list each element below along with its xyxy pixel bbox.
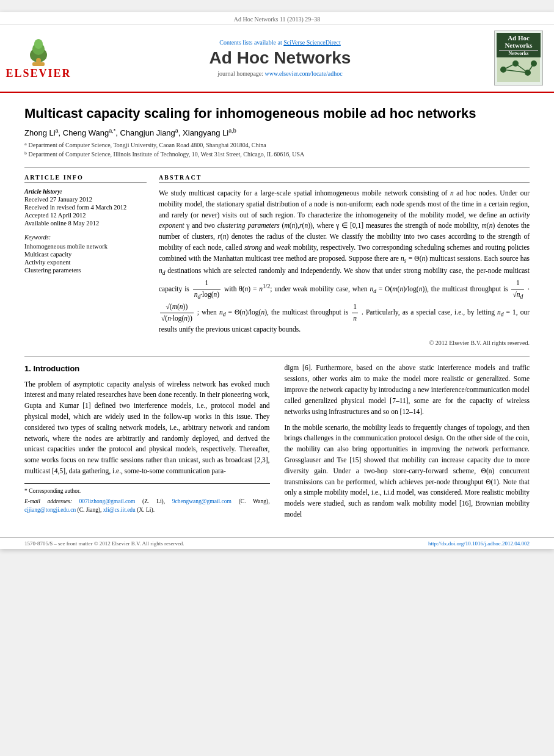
journal-center: Contents lists available at SciVerse Sci… <box>72 39 488 77</box>
abstract-text: We study multicast capacity for a large-… <box>159 188 530 335</box>
right-logo-title: Ad Hoc Networks Networks <box>497 33 541 57</box>
footnote-area: * Corresponding author. E-mail addresses… <box>24 483 270 515</box>
keywords-section: Keywords: Inhomogeneous mobile network M… <box>24 234 147 274</box>
article-title: Multicast capacity scaling for inhomogen… <box>24 105 530 123</box>
bottom-bar: 1570-8705/$ – see front matter © 2012 El… <box>0 537 554 549</box>
accepted-date: Accepted 12 April 2012 <box>24 212 147 219</box>
homepage-url[interactable]: www.elsevier.com/locate/adhoc <box>265 70 343 77</box>
revised-date: Received in revised form 4 March 2012 <box>24 204 147 211</box>
intro-para1: The problem of asymptotic capacity analy… <box>24 379 270 477</box>
issn-text: 1570-8705/$ – see front matter © 2012 El… <box>24 540 184 547</box>
keyword-3: Activity exponent <box>24 259 147 266</box>
journal-banner: ELSEVIER Contents lists available at Sci… <box>0 24 554 93</box>
intro-para2: digm [6]. Furthermore, based on the abov… <box>285 363 530 417</box>
page: Ad Hoc Networks 11 (2013) 29–38 ELSEVIER… <box>0 12 554 549</box>
journal-ref: Ad Hoc Networks 11 (2013) 29–38 <box>234 16 321 23</box>
keyword-4: Clustering parameters <box>24 267 147 274</box>
received-date: Received 27 January 2012 <box>24 196 147 203</box>
affiliations: ᵃ Department of Computer Science, Tongji… <box>24 140 530 159</box>
body-col-left: 1. Introduction The problem of asymptoti… <box>24 363 270 525</box>
keyword-1: Inhomogeneous mobile network <box>24 243 147 250</box>
elsevier-label: ELSEVIER <box>5 67 71 80</box>
article-info-label: ARTICLE INFO <box>24 174 147 183</box>
journal-homepage: journal homepage: www.elsevier.com/locat… <box>72 70 488 77</box>
abstract-column: ABSTRACT We study multicast capacity for… <box>159 174 530 347</box>
intro-para3: In the mobile scenario, the mobility lea… <box>285 423 530 520</box>
authors: Zhong Lia, Cheng Wanga,*, Changjun Jiang… <box>24 128 530 137</box>
history-label: Article history: <box>24 188 147 195</box>
footnote-corresponding: * Corresponding author. <box>24 487 270 496</box>
keyword-2: Multicast capacity <box>24 251 147 258</box>
svg-point-5 <box>36 58 41 63</box>
affiliation-a: ᵃ Department of Computer Science, Tongji… <box>24 140 530 150</box>
body-col-right: digm [6]. Furthermore, based on the abov… <box>285 363 530 525</box>
intro-heading: 1. Introduction <box>24 363 270 375</box>
footnote-emails: E-mail addresses: 007lizhong@gmail.com (… <box>24 497 270 515</box>
svg-point-3 <box>34 39 43 49</box>
article-info-abstract: ARTICLE INFO Article history: Received 2… <box>24 174 530 347</box>
online-date: Available online 8 May 2012 <box>24 220 147 227</box>
sciverse-text: Contents lists available at SciVerse Sci… <box>72 39 488 46</box>
main-content: Multicast capacity scaling for inhomogen… <box>0 93 554 537</box>
journal-title-banner: Ad Hoc Networks <box>72 48 488 68</box>
doi-text[interactable]: http://dx.doi.org/10.1016/j.adhoc.2012.0… <box>428 540 530 547</box>
copyright: © 2012 Elsevier B.V. All rights reserved… <box>159 340 530 346</box>
journal-right-logo: Ad Hoc Networks Networks <box>494 31 543 85</box>
page-header: Ad Hoc Networks 11 (2013) 29–38 <box>0 12 554 24</box>
elsevier-tree-icon <box>20 37 57 67</box>
affiliation-b: ᵇ Department of Computer Science, Illino… <box>24 150 530 159</box>
divider-1 <box>24 167 530 168</box>
body-content: 1. Introduction The problem of asymptoti… <box>24 363 530 525</box>
keywords-label: Keywords: <box>24 234 147 241</box>
elsevier-logo: ELSEVIER <box>11 37 66 80</box>
right-logo-icon <box>497 57 540 82</box>
abstract-label: ABSTRACT <box>159 174 530 183</box>
article-info-column: ARTICLE INFO Article history: Received 2… <box>24 174 147 347</box>
divider-2 <box>24 356 530 357</box>
sciverse-link[interactable]: SciVerse ScienceDirect <box>283 39 341 46</box>
